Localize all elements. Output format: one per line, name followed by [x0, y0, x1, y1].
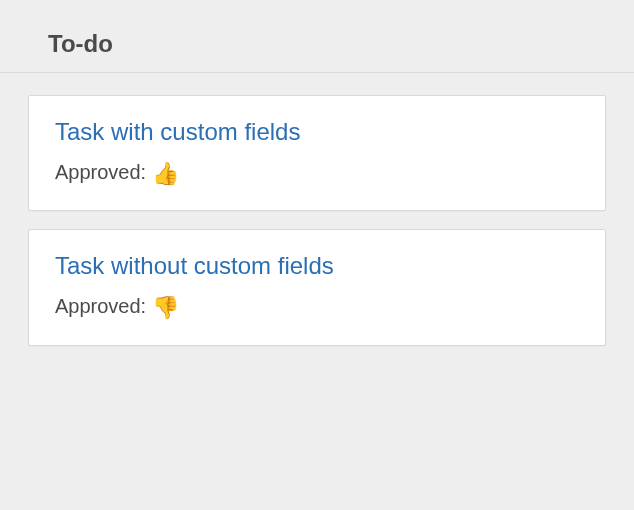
task-field-row: Approved: 👎 [55, 293, 579, 323]
task-title-link[interactable]: Task without custom fields [55, 252, 579, 281]
divider [0, 72, 634, 73]
thumbs-up-icon: 👍 [152, 161, 179, 186]
task-card[interactable]: Task with custom fields Approved: 👍 [28, 95, 606, 211]
task-field-row: Approved: 👍 [55, 159, 579, 189]
field-label: Approved: [55, 161, 146, 183]
thumbs-down-icon: 👎 [152, 295, 179, 320]
task-title-link[interactable]: Task with custom fields [55, 118, 579, 147]
task-card[interactable]: Task without custom fields Approved: 👎 [28, 229, 606, 345]
todo-section: To-do Task with custom fields Approved: … [0, 0, 634, 394]
field-label: Approved: [55, 295, 146, 317]
section-title: To-do [48, 30, 606, 58]
